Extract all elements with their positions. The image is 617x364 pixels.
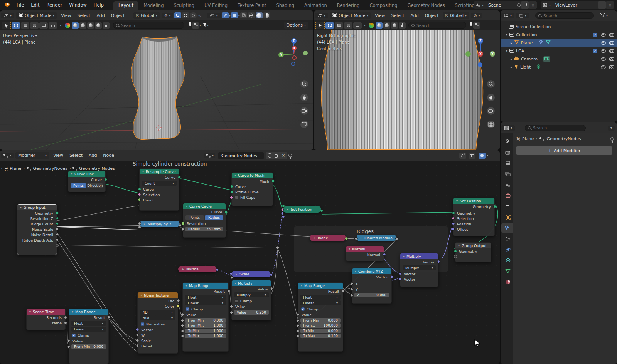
collection-checkbox[interactable]: ✓ xyxy=(593,49,597,53)
hide-viewport-icon[interactable] xyxy=(601,49,606,53)
tab-animation[interactable]: Animation xyxy=(299,1,332,10)
direction-button[interactable]: Direction xyxy=(87,183,103,188)
node-curve-circle[interactable]: ▾Curve Circle Curve Points Radius Resolu… xyxy=(183,203,226,238)
display-mode-dropdown[interactable]: ▾ xyxy=(516,13,529,18)
blender-logo-icon[interactable] xyxy=(4,2,10,8)
xray-toggle[interactable] xyxy=(240,12,247,18)
node-scale[interactable]: ▸Scale xyxy=(231,271,271,277)
to-max-field[interactable]: To Max0.150 xyxy=(300,334,341,338)
show-gizmo-toggle[interactable] xyxy=(222,12,229,18)
outliner-row-collection[interactable]: ▾ Collection ✓ xyxy=(501,31,617,39)
node-noise-texture[interactable]: ▾Noise Texture Fac Color 4D▾ fBM▾ ✓Norma… xyxy=(137,292,178,354)
expand-icon[interactable]: ▸ xyxy=(511,57,512,61)
material-preview-icon[interactable] xyxy=(369,23,374,28)
tab-view-layer[interactable] xyxy=(503,169,513,179)
select-mode-lasso[interactable] xyxy=(39,22,48,29)
select-mode-box[interactable] xyxy=(21,22,29,29)
resample-mode-dropdown[interactable]: Count▾ xyxy=(142,181,177,186)
data-type-dropdown[interactable]: Float▾ xyxy=(185,295,226,300)
radius-button[interactable]: Radius xyxy=(205,215,223,220)
tab-render[interactable] xyxy=(503,148,513,157)
hide-viewport-icon[interactable] xyxy=(601,41,606,45)
new-scene-button[interactable] xyxy=(521,1,529,9)
gizmo-z-axis[interactable]: Z xyxy=(478,38,483,44)
snap-grid-icon[interactable] xyxy=(469,153,475,159)
shading-wireframe-button[interactable] xyxy=(248,12,255,18)
editor-type-button[interactable]: ▾ xyxy=(501,125,515,131)
node-normal-collapsed[interactable]: ▸Normal xyxy=(178,266,217,272)
clamp-checkbox[interactable] xyxy=(235,299,238,303)
menu-help[interactable]: Help xyxy=(90,2,107,8)
node-scene-time[interactable]: ▾Scene Time Seconds Frame xyxy=(26,309,66,330)
viewport-shading-icon-2[interactable] xyxy=(79,22,86,29)
snapping-dropdown[interactable] xyxy=(182,12,189,18)
editor-type-button[interactable]: ▾ xyxy=(501,13,514,18)
from-min-field[interactable]: From Min0.000 xyxy=(185,318,226,323)
node-map-range-bl[interactable]: ▾Map Range Result Float▾ Linear▾ ✓Clamp … xyxy=(69,309,109,364)
hide-viewport-icon[interactable] xyxy=(601,57,606,61)
socket-geometry-out[interactable] xyxy=(493,205,496,208)
from-min-field[interactable]: From Min0.000 xyxy=(71,344,106,349)
disable-render-icon[interactable] xyxy=(609,65,614,69)
node-map-range-right[interactable]: ▾Map Range Result Float▾ Linear▾ ✓Clamp … xyxy=(298,282,343,352)
node-group-input[interactable]: ▾Group Input Geometry Resolution Z Ridge… xyxy=(17,204,57,255)
tab-particles[interactable] xyxy=(503,234,513,243)
camera-data-icon[interactable] xyxy=(543,56,550,62)
points-button[interactable]: Points xyxy=(185,215,204,220)
clamp-checkbox[interactable]: ✓ xyxy=(301,307,305,311)
new-viewlayer-button[interactable] xyxy=(598,1,606,9)
dimensions-dropdown[interactable]: 4D▾ xyxy=(140,310,175,315)
node-group-name[interactable]: Geometry Nodes xyxy=(218,152,264,159)
tab-uv-editing[interactable]: UV Editing xyxy=(199,1,233,10)
to-min-field[interactable]: To Min0.000 xyxy=(300,329,341,333)
tab-shading[interactable]: Shading xyxy=(271,1,299,10)
socket-in-2[interactable] xyxy=(138,226,141,229)
bookmark-icon[interactable] xyxy=(469,22,473,28)
tool-search-input[interactable] xyxy=(416,23,463,28)
menu-view[interactable]: View xyxy=(58,12,74,19)
to-min-field[interactable]: To Min-1.000 xyxy=(185,329,226,333)
tab-rendering[interactable]: Rendering xyxy=(332,1,365,10)
tool-search[interactable] xyxy=(113,22,184,29)
outliner-search[interactable] xyxy=(535,12,594,19)
socket-mesh[interactable] xyxy=(271,179,275,183)
socket-curve[interactable] xyxy=(104,178,107,181)
gizmo-y-neg[interactable] xyxy=(303,51,308,55)
fill-caps-checkbox[interactable] xyxy=(235,196,238,199)
pin-icon[interactable] xyxy=(517,3,521,7)
tab-material[interactable] xyxy=(503,277,513,287)
noise-type-dropdown[interactable]: fBM▾ xyxy=(140,315,175,320)
node-tree-type-dropdown[interactable]: Modifier▾ xyxy=(15,152,49,159)
menu-select[interactable]: Select xyxy=(66,152,86,159)
node-floored-modulo[interactable]: ▸Floored Modulo xyxy=(356,235,396,241)
properties-options-dropdown[interactable]: ▾ xyxy=(608,126,615,131)
outliner-row-scene-collection[interactable]: Scene Collection xyxy=(501,23,617,30)
node-curve-line[interactable]: ▾Curve Line Curve Points Direction xyxy=(68,171,106,192)
tool-search-input[interactable] xyxy=(121,23,181,28)
options-dropdown[interactable]: Options▾ xyxy=(284,22,308,29)
gizmo-z-neg[interactable] xyxy=(478,62,482,67)
disable-render-icon[interactable] xyxy=(609,49,614,53)
navigation-gizmo[interactable]: Z X Y xyxy=(464,34,496,69)
menu-window[interactable]: Window xyxy=(66,2,90,8)
tab-geometry-nodes[interactable]: Geometry Nodes xyxy=(403,1,450,10)
socket-curve-out[interactable] xyxy=(178,176,181,179)
outliner-search-input[interactable] xyxy=(543,13,591,18)
overlays-toggle[interactable] xyxy=(479,153,486,159)
viewlayer-selector[interactable]: ▾ ViewLayer × xyxy=(541,1,614,9)
menu-add[interactable]: Add xyxy=(93,12,108,19)
select-mode-circle[interactable] xyxy=(344,22,352,29)
select-mode-tweak[interactable] xyxy=(12,22,20,29)
material-preview-icon[interactable] xyxy=(65,23,70,28)
from-min-field[interactable]: From Min0.000 xyxy=(300,318,341,323)
camera-view-icon[interactable] xyxy=(300,107,308,117)
node-set-position-right[interactable]: ▾Set Position Geometry Geometry Selectio… xyxy=(453,198,495,236)
pan-icon[interactable] xyxy=(487,93,495,103)
tab-modeling[interactable]: Modeling xyxy=(138,1,169,10)
orthographic-toggle-icon[interactable] xyxy=(300,120,308,130)
show-overlays-toggle[interactable] xyxy=(231,12,238,18)
node-group-output[interactable]: ▾Group Output Geometry xyxy=(455,242,491,262)
active-tool-button[interactable] xyxy=(2,22,11,29)
copy-node-group-button[interactable] xyxy=(273,152,280,159)
node-group-browse[interactable]: ▾ xyxy=(204,153,215,158)
